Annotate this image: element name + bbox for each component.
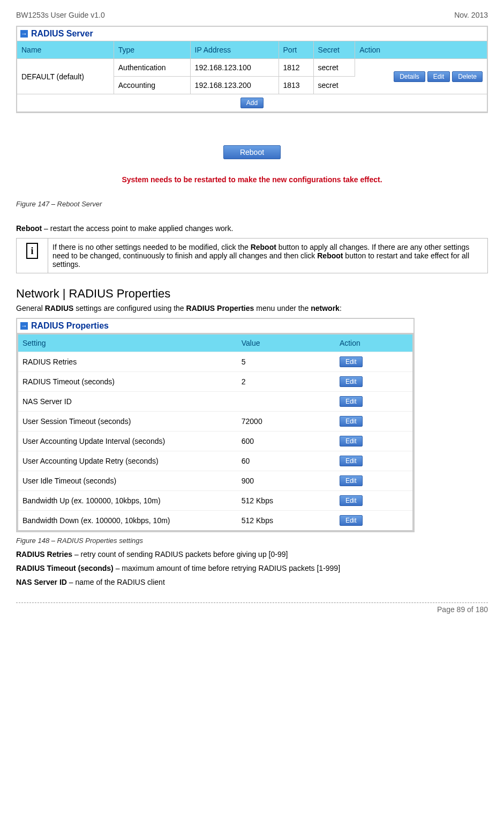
- gen-pre: General: [16, 304, 45, 312]
- table-row: User Idle Timeout (seconds)900Edit: [18, 471, 413, 491]
- col-ip: IP Address: [190, 41, 279, 59]
- col-setting: Setting: [18, 334, 237, 352]
- setting-cell: User Accounting Update Retry (seconds): [18, 451, 237, 471]
- col-port: Port: [279, 41, 313, 59]
- setting-cell: User Session Timeout (seconds): [18, 412, 237, 431]
- panel-title-text: RADIUS Properties: [31, 321, 109, 331]
- arrow-right-icon: →: [20, 322, 28, 330]
- table-row: RADIUS Retries5Edit: [18, 352, 413, 372]
- value-cell: 72000: [237, 412, 335, 431]
- type-cell: Accounting: [114, 77, 190, 94]
- edit-button[interactable]: Edit: [340, 475, 363, 486]
- action-cell: Edit: [335, 412, 413, 431]
- value-cell: 512 Kbps: [237, 491, 335, 511]
- desc-radius-retries: RADIUS Retries – retry count of sending …: [16, 550, 488, 559]
- value-cell: 600: [237, 431, 335, 451]
- desc1-rest: – retry count of sending RADIUS packets …: [72, 550, 288, 559]
- edit-button[interactable]: Edit: [340, 396, 363, 407]
- edit-button[interactable]: Edit: [427, 71, 450, 82]
- port-cell: 1812: [279, 59, 313, 77]
- reboot-area: Reboot System needs to be restarted to m…: [16, 145, 488, 184]
- panel-title-text: RADIUS Server: [31, 29, 93, 39]
- page-header: BW1253s User Guide v1.0 Nov. 2013: [16, 11, 488, 19]
- action-cell: Edit: [335, 372, 413, 392]
- reboot-description: Reboot – restart the access point to mak…: [16, 224, 488, 233]
- col-secret: Secret: [313, 41, 355, 59]
- secret-cell: secret: [313, 59, 355, 77]
- type-cell: Authentication: [114, 59, 190, 77]
- desc1-bold: RADIUS Retries: [16, 550, 72, 559]
- table-row: NAS Server IDEdit: [18, 392, 413, 412]
- info-icon: i: [26, 243, 38, 259]
- edit-button[interactable]: Edit: [340, 376, 363, 387]
- edit-button[interactable]: Edit: [340, 356, 363, 367]
- table-row: Bandwidth Down (ex. 100000, 10kbps, 10m)…: [18, 511, 413, 531]
- note-text-1: If there is no other settings needed to …: [52, 243, 251, 251]
- value-cell: [237, 392, 335, 412]
- ip-cell: 192.168.123.100: [190, 59, 279, 77]
- setting-cell: Bandwidth Down (ex. 100000, 10kbps, 10m): [18, 511, 237, 531]
- col-name: Name: [17, 41, 114, 59]
- general-description: General RADIUS settings are configured u…: [16, 304, 488, 312]
- radius-properties-panel: → RADIUS Properties Setting Value Action…: [16, 318, 415, 532]
- note-bold-1: Reboot: [251, 243, 276, 251]
- reboot-term-rest: – restart the access point to make appli…: [42, 224, 233, 233]
- secret-cell: secret: [313, 77, 355, 94]
- action-cell: Edit: [335, 471, 413, 491]
- setting-cell: User Idle Timeout (seconds): [18, 471, 237, 491]
- table-row: Bandwidth Up (ex. 100000, 10kbps, 10m)51…: [18, 491, 413, 511]
- add-row: Add: [17, 94, 487, 112]
- action-cell: Edit: [335, 392, 413, 412]
- action-cell: Details Edit Delete: [355, 59, 487, 94]
- radius-server-table: Name Type IP Address Port Secret Action …: [17, 41, 487, 112]
- reboot-button[interactable]: Reboot: [223, 145, 281, 159]
- value-cell: 5: [237, 352, 335, 372]
- delete-button[interactable]: Delete: [452, 71, 483, 82]
- value-cell: 2: [237, 372, 335, 392]
- action-cell: Edit: [335, 352, 413, 372]
- gen-b3: network: [311, 304, 340, 312]
- ip-cell: 192.168.123.200: [190, 77, 279, 94]
- add-button[interactable]: Add: [240, 98, 264, 108]
- action-cell: Edit: [335, 511, 413, 531]
- col-type: Type: [114, 41, 190, 59]
- section-title: Network | RADIUS Properties: [16, 287, 488, 301]
- gen-end: :: [340, 304, 342, 312]
- value-cell: 512 Kbps: [237, 511, 335, 531]
- setting-cell: User Accounting Update Interval (seconds…: [18, 431, 237, 451]
- note-box: i If there is no other settings needed t…: [16, 238, 488, 273]
- note-text: If there is no other settings needed to …: [48, 239, 488, 273]
- table-row: User Session Timeout (seconds)72000Edit: [18, 412, 413, 431]
- action-cell: Edit: [335, 491, 413, 511]
- edit-button[interactable]: Edit: [340, 515, 363, 526]
- details-button[interactable]: Details: [394, 71, 425, 82]
- arrow-right-icon: →: [20, 30, 28, 38]
- header-right: Nov. 2013: [454, 11, 488, 19]
- col-value: Value: [237, 334, 335, 352]
- radius-properties-title: → RADIUS Properties: [17, 319, 413, 333]
- table-row: User Accounting Update Interval (seconds…: [18, 431, 413, 451]
- page-footer: Page 89 of 180: [16, 602, 488, 614]
- reboot-term: Reboot: [16, 224, 42, 233]
- table-row: RADIUS Timeout (seconds)2Edit: [18, 372, 413, 392]
- page-number: Page 89 of 180: [437, 605, 488, 614]
- edit-button[interactable]: Edit: [340, 456, 363, 466]
- edit-button[interactable]: Edit: [340, 436, 363, 447]
- desc2-rest: – maximum amount of time before retrying…: [114, 564, 340, 572]
- edit-button[interactable]: Edit: [340, 495, 363, 506]
- note-bold-2: Reboot: [317, 251, 343, 260]
- setting-cell: RADIUS Timeout (seconds): [18, 372, 237, 392]
- gen-mid2: menu under the: [254, 304, 311, 312]
- desc-radius-timeout: RADIUS Timeout (seconds) – maximum amoun…: [16, 564, 488, 572]
- port-cell: 1813: [279, 77, 313, 94]
- gen-b2: RADIUS Properties: [186, 304, 254, 312]
- radius-properties-table: Setting Value Action RADIUS Retries5Edit…: [17, 333, 413, 531]
- value-cell: 60: [237, 451, 335, 471]
- gen-mid: settings are configured using the: [73, 304, 186, 312]
- table-row: User Accounting Update Retry (seconds)60…: [18, 451, 413, 471]
- edit-button[interactable]: Edit: [340, 416, 363, 427]
- setting-cell: Bandwidth Up (ex. 100000, 10kbps, 10m): [18, 491, 237, 511]
- value-cell: 900: [237, 471, 335, 491]
- setting-cell: NAS Server ID: [18, 392, 237, 412]
- table-row: DEFAULT (default) Authentication 192.168…: [17, 59, 487, 77]
